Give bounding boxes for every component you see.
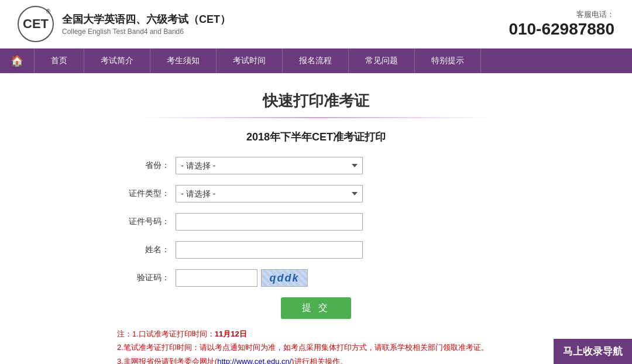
logo-reg-mark: ®	[46, 8, 50, 15]
header-right: 客服电话： 010-62987880	[509, 9, 614, 39]
form-subtitle: 2018年下半年CET准考证打印	[117, 130, 515, 144]
province-select[interactable]: - 请选择 -	[176, 157, 363, 174]
bottom-promo[interactable]: 马上收录导航	[554, 339, 632, 364]
id-number-row: 证件号码：	[117, 213, 515, 231]
header: CET ® 全国大学英语四、六级考试（CET） College English …	[0, 0, 632, 49]
header-title-en: College English Test Band4 and Band6	[62, 28, 231, 36]
note-2: 2.笔试准考证打印时间：请以考点通知时间为准，如考点采用集体打印方式，请联系学校…	[117, 341, 515, 354]
id-type-row: 证件类型： - 请选择 -	[117, 185, 515, 202]
note-3-text-suffix: )进行相关操作。	[291, 357, 347, 364]
page-title: 快速打印准考证	[0, 91, 632, 111]
captcha-row: 验证码： qddk	[117, 269, 515, 287]
main-content: 快速打印准考证 2018年下半年CET准考证打印 省份： - 请选择 - 证件类…	[0, 73, 632, 364]
captcha-input[interactable]	[176, 269, 257, 287]
captcha-field-group: qddk	[176, 269, 308, 287]
captcha-text: qddk	[270, 272, 300, 284]
page-title-block: 快速打印准考证	[0, 91, 632, 118]
logo-text: CET	[23, 16, 49, 32]
captcha-image[interactable]: qddk	[261, 269, 308, 287]
id-number-label: 证件号码：	[117, 217, 170, 227]
bottom-promo-label: 马上收录导航	[563, 346, 623, 357]
navigation: 🏠 首页 考试简介 考生须知 考试时间 报名流程 常见问题 特别提示	[0, 49, 632, 73]
submit-button[interactable]: 提 交	[281, 297, 351, 319]
nav-item-tips[interactable]: 特别提示	[415, 49, 481, 73]
note-1-date: 11月12日	[215, 329, 247, 338]
nav-item-faq[interactable]: 常见问题	[349, 49, 415, 73]
nav-item-intro[interactable]: 考试简介	[84, 49, 150, 73]
header-left: CET ® 全国大学英语四、六级考试（CET） College English …	[18, 6, 231, 42]
note-2-text: 2.笔试准考证打印时间：请以考点通知时间为准，如考点采用集体打印方式，请联系学校…	[117, 343, 489, 352]
page-title-underline	[117, 117, 515, 118]
nav-item-time[interactable]: 考试时间	[217, 49, 283, 73]
id-number-input[interactable]	[176, 213, 363, 231]
note-1-prefix: 注：1.口试准考证打印时间：	[117, 329, 215, 338]
service-phone: 010-62987880	[509, 20, 614, 39]
form-section: 2018年下半年CET准考证打印 省份： - 请选择 - 证件类型： - 请选择…	[117, 130, 515, 364]
note-3: 3.非网报省份请到考委会网址(http://www.cet.edu.cn/)进行…	[117, 355, 515, 364]
id-type-label: 证件类型：	[117, 188, 170, 199]
captcha-label: 验证码：	[117, 273, 170, 283]
notes-section: 注：1.口试准考证打印时间：11月12日 2.笔试准考证打印时间：请以考点通知时…	[117, 327, 515, 364]
note-3-text-prefix: 3.非网报省份请到考委会网址(	[117, 357, 217, 364]
header-title-block: 全国大学英语四、六级考试（CET） College English Test B…	[62, 12, 231, 36]
province-row: 省份： - 请选择 -	[117, 157, 515, 174]
service-label: 客服电话：	[509, 9, 614, 20]
nav-home-icon[interactable]: 🏠	[0, 49, 35, 73]
note-3-link[interactable]: http://www.cet.edu.cn/	[217, 357, 291, 364]
name-row: 姓名：	[117, 241, 515, 259]
nav-item-home[interactable]: 首页	[35, 49, 84, 73]
logo: CET ®	[18, 6, 54, 42]
header-title-cn: 全国大学英语四、六级考试（CET）	[62, 12, 231, 26]
note-1: 注：1.口试准考证打印时间：11月12日	[117, 327, 515, 341]
id-type-select[interactable]: - 请选择 -	[176, 185, 363, 202]
province-label: 省份：	[117, 160, 170, 171]
submit-row: 提 交	[117, 297, 515, 319]
name-label: 姓名：	[117, 245, 170, 255]
nav-item-notice[interactable]: 考生须知	[150, 49, 217, 73]
nav-item-registration[interactable]: 报名流程	[283, 49, 349, 73]
name-input[interactable]	[176, 241, 363, 259]
